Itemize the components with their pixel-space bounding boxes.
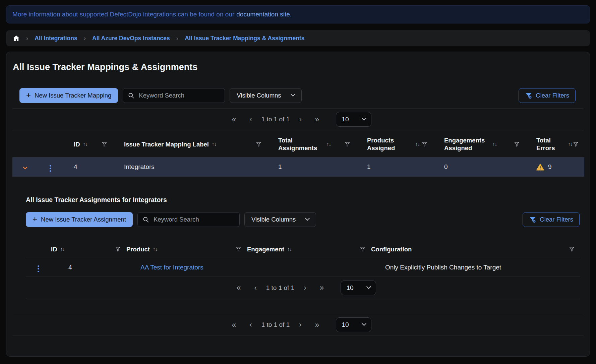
mapping-id-cell: 4	[63, 157, 113, 177]
clear-filters-label: Clear Filters	[540, 216, 573, 223]
mapping-engagements-assigned-cell: 0	[433, 157, 525, 177]
new-issue-tracker-mapping-button[interactable]: + New Issue Tracker Mapping	[19, 88, 118, 103]
first-page-icon[interactable]: «	[229, 284, 248, 292]
assignments-heading: All Issue Tracker Assignments for Integr…	[26, 195, 580, 204]
sort-icon[interactable]: ↑↓	[326, 141, 331, 147]
filter-icon[interactable]	[101, 141, 108, 147]
assignment-engagement-cell	[247, 258, 371, 277]
filter-icon[interactable]	[255, 141, 262, 147]
breadcrumb-current-page[interactable]: All Issue Tracker Mappings & Assignments	[185, 35, 304, 42]
column-header-products-assigned: Products Assigned	[367, 136, 412, 152]
clear-filter-icon	[525, 92, 532, 99]
pagination-range: 1 to 1 of 1	[258, 321, 293, 328]
next-page-icon[interactable]: ›	[298, 284, 312, 292]
visible-columns-label: Visible Columns	[251, 216, 296, 223]
filter-icon[interactable]	[344, 141, 351, 147]
mapping-products-assigned-cell: 1	[356, 157, 433, 177]
pagination-range: 1 to 1 of 1	[258, 116, 293, 123]
new-mapping-button-label: New Issue Tracker Mapping	[35, 92, 111, 99]
documentation-site-link[interactable]: documentation site.	[236, 11, 292, 18]
search-icon	[128, 92, 134, 99]
chevron-down-icon	[366, 284, 371, 289]
search-icon	[142, 216, 149, 223]
breadcrumb-all-integrations[interactable]: All Integrations	[35, 35, 77, 42]
column-header-label: Issue Tracker Mapping Label	[124, 140, 209, 148]
sort-icon[interactable]: ↑↓	[492, 141, 497, 147]
breadcrumb-separator-icon: ›	[176, 35, 178, 42]
breadcrumb-all-azure-devops-instances[interactable]: All Azure DevOps Instances	[92, 35, 170, 42]
assignment-row: 4 AA Test for Integrators Only Explicitl…	[26, 258, 580, 277]
prev-page-icon[interactable]: ‹	[248, 284, 262, 292]
next-page-icon[interactable]: ›	[293, 321, 307, 328]
assignment-id-cell: 4	[51, 258, 126, 277]
page-size-select[interactable]: 10	[336, 112, 371, 127]
visible-columns-label: Visible Columns	[237, 92, 281, 99]
page-size-select[interactable]: 10	[336, 317, 371, 332]
filter-icon[interactable]	[573, 141, 579, 147]
first-page-icon[interactable]: «	[225, 321, 244, 329]
warning-icon	[536, 164, 544, 171]
collapse-row-icon[interactable]	[23, 165, 27, 170]
assignments-search-box	[137, 212, 240, 227]
sort-icon[interactable]: ↑↓	[60, 246, 65, 252]
mappings-header-row: ID ↑↓ Issue Tracker Mapping Label ↑↓ Tot…	[12, 130, 584, 157]
filter-icon[interactable]	[115, 246, 121, 252]
first-page-icon[interactable]: «	[225, 116, 244, 123]
filter-icon[interactable]	[569, 246, 575, 252]
assignment-configuration-cell: Only Explicitly Publish Changes to Targe…	[371, 258, 580, 277]
filter-icon[interactable]	[235, 246, 242, 252]
chevron-down-icon	[291, 92, 295, 97]
mappings-visible-columns-select[interactable]: Visible Columns	[230, 88, 301, 103]
home-icon[interactable]	[13, 35, 20, 42]
sort-icon[interactable]: ↑↓	[568, 141, 573, 147]
plus-icon: +	[26, 91, 31, 99]
mapping-label-cell: Integrators	[113, 157, 267, 177]
assignment-product-link[interactable]: AA Test for Integrators	[140, 264, 203, 271]
next-page-icon[interactable]: ›	[293, 116, 307, 123]
plus-icon: +	[33, 215, 37, 223]
sort-icon[interactable]: ↑↓	[83, 141, 88, 147]
info-banner: More information about supported DefectD…	[6, 5, 590, 23]
row-actions-menu[interactable]	[48, 164, 53, 173]
filter-icon[interactable]	[421, 141, 428, 147]
column-header-total-assignments: Total Assignments	[278, 136, 323, 152]
sort-icon[interactable]: ↑↓	[287, 246, 292, 252]
last-page-icon[interactable]: »	[308, 321, 327, 329]
sort-icon[interactable]: ↑↓	[153, 246, 158, 252]
new-issue-tracker-assignment-button[interactable]: + New Issue Tracker Assignment	[26, 212, 133, 227]
column-header-id: ID	[51, 245, 57, 253]
clear-filters-label: Clear Filters	[536, 92, 569, 99]
breadcrumb-separator-icon: ›	[84, 35, 86, 42]
breadcrumb-separator-icon: ›	[26, 35, 28, 42]
row-actions-menu[interactable]	[36, 264, 41, 274]
sort-icon[interactable]: ↑↓	[212, 141, 217, 147]
chevron-down-icon	[362, 116, 366, 120]
column-header-configuration: Configuration	[371, 245, 412, 253]
prev-page-icon[interactable]: ‹	[243, 116, 258, 123]
info-banner-text: More information about supported DefectD…	[12, 11, 234, 18]
mappings-table: ID ↑↓ Issue Tracker Mapping Label ↑↓ Tot…	[12, 130, 584, 177]
mappings-search-box	[123, 88, 225, 103]
page-size-select[interactable]: 10	[341, 281, 376, 295]
assignments-header-row: ID ↑↓ Product ↑↓ Engagement ↑↓	[26, 240, 580, 258]
prev-page-icon[interactable]: ‹	[243, 321, 258, 328]
page-size-value: 10	[342, 116, 349, 123]
filter-icon[interactable]	[514, 141, 520, 147]
last-page-icon[interactable]: »	[312, 284, 332, 292]
column-header-engagements-assigned: Engagements Assigned	[444, 136, 489, 152]
pagination-range: 1 to 1 of 1	[263, 284, 298, 292]
assignments-visible-columns-select[interactable]: Visible Columns	[244, 212, 316, 227]
filter-icon[interactable]	[359, 246, 366, 252]
breadcrumb: › All Integrations › All Azure DevOps In…	[6, 30, 590, 46]
mapping-total-assignments-cell: 1	[267, 157, 356, 177]
last-page-icon[interactable]: »	[308, 116, 327, 123]
mappings-bottom-pagination: « ‹ 1 to 1 of 1 › » 10	[12, 314, 584, 336]
mappings-clear-filters-button[interactable]: Clear Filters	[519, 88, 576, 103]
assignments-clear-filters-button[interactable]: Clear Filters	[523, 212, 580, 227]
new-assignment-button-label: New Issue Tracker Assignment	[41, 216, 126, 223]
sort-icon[interactable]: ↑↓	[415, 141, 420, 147]
mappings-search-input[interactable]	[138, 92, 220, 100]
page-title: All Issue Tracker Mappings & Assignments	[13, 61, 584, 73]
mapping-total-errors-value: 9	[548, 163, 552, 171]
assignments-search-input[interactable]	[153, 216, 235, 224]
